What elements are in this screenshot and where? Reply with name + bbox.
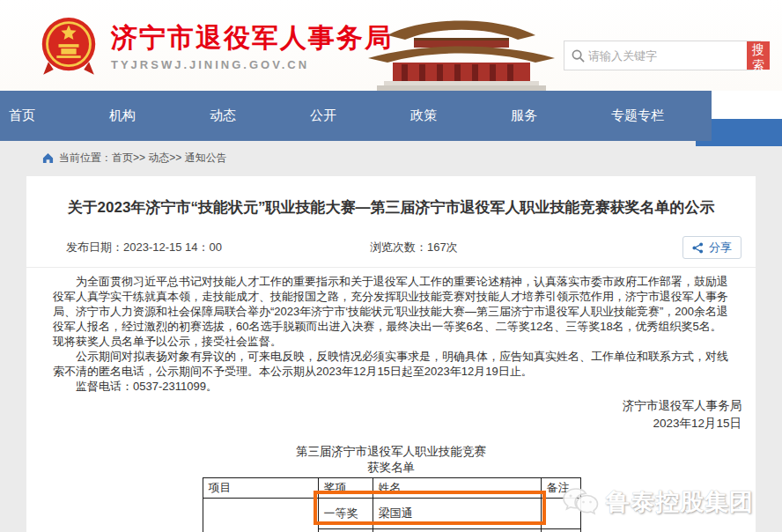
article-card: 关于2023年济宁市“技能状元”职业技能大赛—第三届济宁市退役军人职业技能竞赛获… (26, 176, 756, 532)
publish-date: 发布日期：2023-12-15 14：00 (66, 240, 222, 255)
breadcrumb: 当前位置： 首页>> 动态>> 通知公告 (42, 151, 227, 166)
article-body: 为全面贯彻习近平总书记对技能人才工作的重要指示和关于退役军人工作的重要论述精神，… (26, 268, 756, 394)
palace-banner-image (363, 9, 560, 91)
nav-item-service[interactable]: 服务 (511, 107, 537, 124)
home-icon (42, 152, 54, 164)
site-title: 济宁市退役军人事务局 (111, 23, 393, 53)
award-cell: 二等奖 (318, 529, 373, 532)
page-body: 当前位置： 首页>> 动态>> 通知公告 关于2023年济宁市“技能状元”职业技… (0, 141, 782, 532)
signature-org: 济宁市退役军人事务局 (26, 397, 741, 415)
search-input[interactable] (585, 49, 747, 63)
table-row: 无人机操控 一等奖 梁国通 (203, 499, 580, 529)
search-input-wrap (564, 41, 747, 70)
col-header-award: 奖项 (318, 478, 373, 499)
table-header-row: 项目 奖项 姓名 备注 (203, 478, 580, 499)
search-box: 搜索 (564, 41, 761, 70)
nav-item-org[interactable]: 机构 (109, 107, 136, 124)
names-cell: 梁国通 (373, 499, 541, 529)
remark-cell (541, 499, 580, 529)
site-url: TYJRSWJ.JINING.GOV.CN (111, 58, 393, 71)
award-table-wrap: 项目 奖项 姓名 备注 无人机操控 一等奖 梁国通 二等奖 韩帅 李富东 (203, 477, 580, 532)
share-icon (692, 242, 704, 254)
share-button[interactable]: 分享 (682, 236, 741, 259)
col-header-names: 姓名 (373, 478, 541, 499)
nav-item-home[interactable]: 首页 (9, 107, 35, 124)
award-table: 项目 奖项 姓名 备注 无人机操控 一等奖 梁国通 二等奖 韩帅 李富东 (203, 477, 581, 532)
breadcrumb-prefix: 当前位置： (59, 151, 112, 166)
page: 济宁市退役军人事务局 TYJRSWJ.JINING.GOV.CN (0, 0, 782, 532)
main-nav: 首页 机构 动态 公开 政策 服务 专题专栏 (0, 91, 712, 141)
nav-item-news[interactable]: 动态 (210, 107, 236, 124)
paragraph: 监督电话：0537-2311099。 (53, 379, 733, 394)
breadcrumb-path[interactable]: 首页>> 动态>> 通知公告 (112, 151, 227, 166)
remark-cell (541, 529, 580, 532)
national-emblem-icon (37, 12, 100, 81)
project-cell: 无人机操控 (203, 499, 318, 532)
site-header: 济宁市退役军人事务局 TYJRSWJ.JINING.GOV.CN (0, 0, 782, 91)
article-title: 关于2023年济宁市“技能状元”职业技能大赛—第三届济宁市退役军人职业技能竞赛获… (62, 198, 720, 218)
col-header-remark: 备注 (541, 478, 580, 499)
site-brand: 济宁市退役军人事务局 TYJRSWJ.JINING.GOV.CN (37, 12, 393, 81)
share-label: 分享 (709, 240, 732, 255)
names-cell: 韩帅 李富东 (373, 529, 541, 532)
table-caption-line2: 获奖名单 (26, 460, 756, 476)
nav-item-policy[interactable]: 政策 (410, 107, 437, 124)
search-button[interactable]: 搜索 (747, 41, 770, 70)
paragraph: 公示期间对拟表扬对象有异议的，可来电反映，反映情况必须实事求是，明确具体，应告知… (53, 349, 733, 379)
article-meta: 发布日期：2023-12-15 14：00 浏览次数：167次 分享 (26, 236, 756, 259)
signature-block: 济宁市退役军人事务局 2023年12月15日 (26, 397, 756, 432)
table-caption: 第三届济宁市退役军人职业技能竞赛 获奖名单 (26, 444, 756, 476)
signature-date: 2023年12月15日 (26, 415, 741, 432)
nav-item-special[interactable]: 专题专栏 (611, 107, 664, 124)
nav-item-public[interactable]: 公开 (310, 107, 336, 124)
view-count: 浏览次数：167次 (370, 240, 458, 255)
table-caption-line1: 第三届济宁市退役军人职业技能竞赛 (26, 444, 756, 460)
search-icon (572, 49, 585, 63)
brand-text: 济宁市退役军人事务局 TYJRSWJ.JINING.GOV.CN (111, 23, 393, 71)
col-header-project: 项目 (203, 478, 318, 499)
paragraph: 为全面贯彻习近平总书记对技能人才工作的重要指示和关于退役军人工作的重要论述精神，… (53, 274, 733, 349)
award-cell: 一等奖 (318, 499, 373, 529)
